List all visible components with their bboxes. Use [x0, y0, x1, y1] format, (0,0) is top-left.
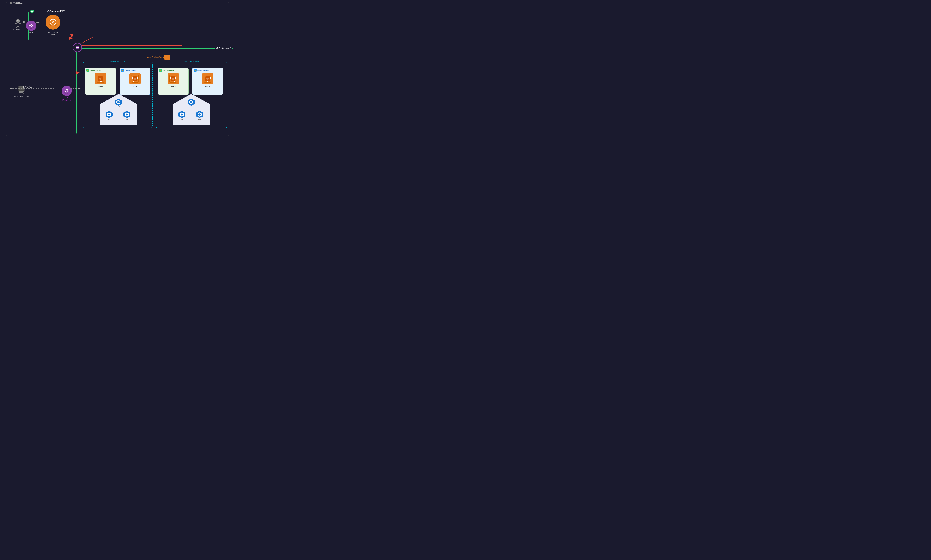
az1-private-subnet-label: Private subnet — [125, 69, 136, 71]
az2-label: Availability Zone — [183, 60, 200, 62]
az1-pod-2-hex — [106, 111, 113, 118]
az1-pod-3-label: pod — [125, 118, 128, 120]
az2-private-subnet: 🔒 Private subnet — [192, 68, 223, 95]
az1-pod-3: pod — [123, 111, 130, 120]
operators-area: Operators — [14, 18, 23, 31]
vpc-eks-cloud-icon — [30, 10, 34, 13]
az2-private-subnet-label-area: 🔒 Private subnet — [194, 69, 223, 72]
operators-label: Operators — [14, 28, 23, 31]
az1-label: Availability Zone — [109, 60, 126, 62]
svg-line-96 — [16, 26, 18, 28]
az2-private-node-label: Node — [205, 85, 210, 88]
az2-public-lock-icon: 🔒 — [159, 69, 162, 72]
svg-rect-76 — [77, 47, 78, 48]
az1-public-node-icon — [95, 73, 106, 84]
az1-public-subnet: 🔒 Public subnet — [85, 68, 116, 95]
az2-pod-3-label: pod — [198, 118, 201, 120]
az2-public-subnet-label: Public subnet — [163, 69, 174, 71]
az1-private-subnet: 🔒 Private subnet — [120, 68, 150, 95]
az1-pod-2-label: pod — [108, 118, 110, 120]
az2-public-subnet-label-area: 🔒 Public subnet — [159, 69, 188, 72]
svg-line-97 — [18, 26, 19, 28]
az2-pod-tent: pod pod — [172, 93, 211, 126]
auto-scaling-label: Auto Scaling Group — [146, 56, 166, 58]
az1-pod-3-hex — [123, 111, 130, 118]
eks-control-plane-icon: K — [46, 15, 60, 30]
az2-private-subnet-label: Private subnet — [197, 69, 209, 71]
svg-point-103 — [19, 93, 20, 94]
svg-point-41 — [134, 78, 136, 80]
svg-point-104 — [23, 93, 24, 94]
az1-pod-1-label: pod — [117, 106, 120, 108]
az2-pod-2: pod — [178, 111, 185, 120]
az2-private-node-icon — [202, 73, 213, 84]
aws-cloud-box: AWS Cloud VPC (Amazon EKS) K EKS Control… — [6, 2, 230, 136]
vpc-customer-label: VPC (Customer) — [215, 47, 232, 49]
az1-pod-2: pod — [106, 111, 113, 120]
app-users-label: Application Users — [14, 95, 29, 98]
svg-point-72 — [207, 78, 209, 80]
svg-point-86 — [66, 89, 67, 90]
xeni-label: X-ENI (IPv4/IPv6) — [83, 45, 98, 46]
svg-point-26 — [99, 78, 102, 80]
svg-line-95 — [18, 23, 20, 24]
auto-scaling-icon — [165, 55, 170, 60]
az1-pod-tent: pod pod — [99, 93, 138, 126]
az1-box: Availability Zone 🔒 Public subnet — [83, 62, 153, 128]
az1-public-node-label: Node — [98, 85, 103, 88]
svg-rect-101 — [21, 91, 22, 92]
svg-rect-4 — [29, 25, 31, 26]
az1-private-node-label: Node — [133, 85, 137, 88]
svg-rect-77 — [78, 47, 79, 48]
az1-public-subnet-label: Public subnet — [90, 69, 101, 71]
az1-pod-1-hex — [115, 98, 122, 106]
svg-rect-100 — [19, 87, 24, 91]
az2-private-lock-icon: 🔒 — [194, 69, 197, 72]
az1-public-lock-icon: 🔒 — [86, 69, 89, 72]
svg-point-57 — [172, 78, 174, 80]
az2-pod-3: pod — [196, 111, 203, 120]
az2-public-node-icon — [168, 73, 179, 84]
svg-line-94 — [15, 23, 18, 24]
auto-scaling-icon-area — [165, 55, 170, 60]
aws-cloud-label: AWS Cloud — [8, 2, 25, 4]
az2-public-subnet: 🔒 Public subnet — [158, 68, 188, 95]
az1-private-node-icon — [129, 73, 140, 84]
svg-rect-75 — [76, 47, 77, 48]
az1-pod-1: pod — [115, 98, 122, 108]
svg-rect-102 — [19, 92, 23, 93]
svg-point-3 — [29, 23, 34, 29]
nlb-label: NLB — [26, 32, 36, 34]
svg-rect-5 — [31, 25, 32, 25]
app-users-area: Application Users — [14, 86, 29, 98]
az2-public-node-label: Node — [171, 85, 176, 88]
auto-scaling-group-box: Auto Scaling Group Availability Zone — [80, 58, 231, 131]
eks-control-plane-label: EKS Control Plane — [46, 31, 60, 35]
az1-public-subnet-label-area: 🔒 Public subnet — [86, 69, 116, 72]
az2-box: Availability Zone 🔒 Public subnet — [156, 62, 227, 128]
diagram-container: AWS Cloud VPC (Amazon EKS) K EKS Control… — [0, 0, 233, 140]
az2-pod-1: pod — [188, 98, 195, 108]
xeni-icon — [73, 43, 82, 52]
svg-text:K: K — [52, 20, 54, 24]
elb-icon — [62, 86, 72, 96]
nlb-icon — [26, 20, 36, 31]
vpc-customer-box: VPC (Customer) Auto Scaling Group Availa… — [77, 48, 233, 134]
svg-point-92 — [16, 19, 20, 23]
az2-pod-1-label: pod — [190, 106, 192, 108]
elb-label: ELB (IPv4/IPv6) — [61, 97, 72, 102]
az2-pod-2-label: pod — [180, 118, 183, 120]
az1-private-subnet-label-area: 🔒 Private subnet — [121, 69, 150, 72]
svg-rect-7 — [32, 25, 33, 26]
vpc-eks-box: VPC (Amazon EKS) K EKS Control Plane — [28, 12, 83, 40]
az1-private-lock-icon: 🔒 — [121, 69, 124, 72]
svg-rect-6 — [31, 26, 32, 27]
vpc-eks-label: VPC (Amazon EKS) — [46, 10, 66, 12]
